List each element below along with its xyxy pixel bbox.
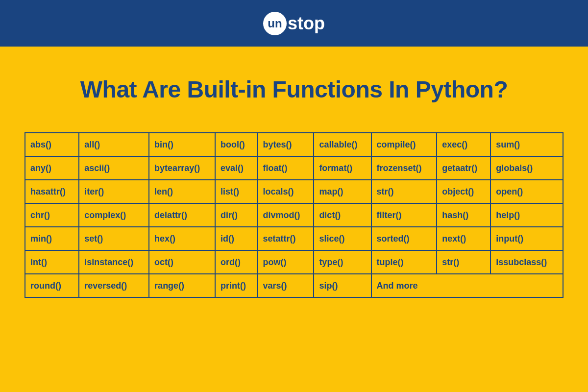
table-cell: list() [215, 180, 258, 203]
logo-circle: un [263, 12, 287, 35]
table-cell: sip() [314, 274, 371, 297]
table-cell: type() [314, 250, 371, 274]
functions-table: abs()all()bin()bool()bytes()callable()co… [24, 132, 564, 298]
table-cell: print() [215, 274, 258, 297]
logo-text: stop [288, 13, 325, 34]
table-cell: dir() [215, 203, 258, 227]
table-cell: sum() [490, 133, 563, 156]
table-cell: any() [25, 156, 79, 180]
table-cell: sorted() [371, 227, 437, 250]
table-cell: bytearray() [149, 156, 215, 180]
table-row: round()reversed()range()print()vars()sip… [25, 274, 563, 297]
table-cell: oct() [149, 250, 215, 274]
table-cell: len() [149, 180, 215, 203]
table-cell: dict() [314, 203, 371, 227]
table-row: abs()all()bin()bool()bytes()callable()co… [25, 133, 563, 156]
table-cell: all() [79, 133, 149, 156]
table-cell: float() [258, 156, 314, 180]
table-cell: int() [25, 250, 79, 274]
table-row: chr()complex()delattr()dir()divmod()dict… [25, 203, 563, 227]
table-cell: callable() [314, 133, 371, 156]
table-cell: chr() [25, 203, 79, 227]
table-cell: open() [490, 180, 563, 203]
table-cell: ascii() [79, 156, 149, 180]
table-cell: hex() [149, 227, 215, 250]
table-cell: format() [314, 156, 371, 180]
table-cell: delattr() [149, 203, 215, 227]
table-row: min()set()hex()id()setattr()slice()sorte… [25, 227, 563, 250]
table-cell: frozenset() [371, 156, 437, 180]
table-row: hasattr()iter()len()list()locals()map()s… [25, 180, 563, 203]
table-cell: pow() [258, 250, 314, 274]
table-cell: compile() [371, 133, 437, 156]
table-cell: locals() [258, 180, 314, 203]
table-cell: isinstance() [79, 250, 149, 274]
table-cell: slice() [314, 227, 371, 250]
table-cell: eval() [215, 156, 258, 180]
table-cell: bin() [149, 133, 215, 156]
table-cell: ord() [215, 250, 258, 274]
table-cell: reversed() [79, 274, 149, 297]
table-cell: next() [437, 227, 490, 250]
page-title: What Are Built-in Functions In Python? [24, 76, 564, 103]
table-row: any()ascii()bytearray()eval()float()form… [25, 156, 563, 180]
table-cell: bool() [215, 133, 258, 156]
table-cell: range() [149, 274, 215, 297]
table-cell: input() [490, 227, 563, 250]
table-cell: hasattr() [25, 180, 79, 203]
table-cell: setattr() [258, 227, 314, 250]
table-cell: min() [25, 227, 79, 250]
table-cell: issubclass() [490, 250, 563, 274]
table-cell: globals() [490, 156, 563, 180]
table-cell: filter() [371, 203, 437, 227]
table-cell: str() [437, 250, 490, 274]
table-cell: vars() [258, 274, 314, 297]
table-cell: divmod() [258, 203, 314, 227]
content: What Are Built-in Functions In Python? a… [0, 47, 588, 313]
logo: un stop [263, 12, 325, 35]
header: un stop [0, 0, 588, 47]
table-cell: exec() [437, 133, 490, 156]
table-row: int()isinstance()oct()ord()pow()type()tu… [25, 250, 563, 274]
table-cell: round() [25, 274, 79, 297]
table-cell: help() [490, 203, 563, 227]
table-cell: str() [371, 180, 437, 203]
table-cell: abs() [25, 133, 79, 156]
table-cell: bytes() [258, 133, 314, 156]
table-cell: getaatr() [437, 156, 490, 180]
table-cell: hash() [437, 203, 490, 227]
table-cell: map() [314, 180, 371, 203]
table-cell: object() [437, 180, 490, 203]
table-cell: id() [215, 227, 258, 250]
table-cell: set() [79, 227, 149, 250]
table-cell: tuple() [371, 250, 437, 274]
more-cell: And more [371, 274, 563, 297]
table-cell: complex() [79, 203, 149, 227]
table-cell: iter() [79, 180, 149, 203]
